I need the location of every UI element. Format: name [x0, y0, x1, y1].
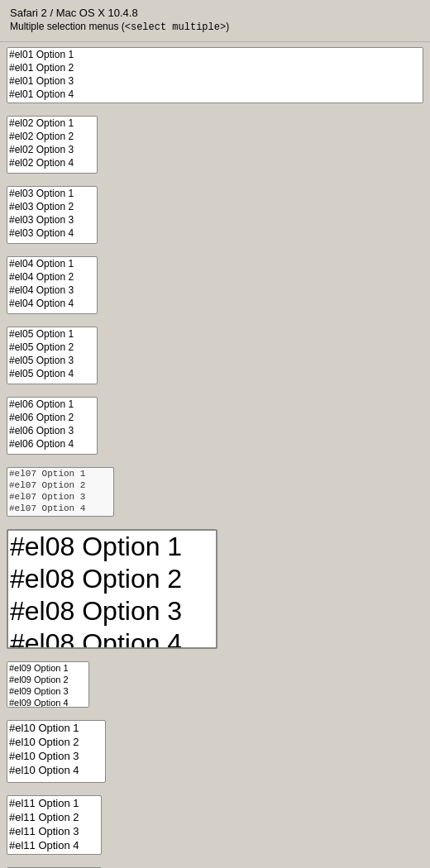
select-section-el11: #el11 Option 1 #el11 Option 2 #el11 Opti…	[7, 795, 423, 864]
select-section-el10: #el10 Option 1 #el10 Option 2 #el10 Opti…	[7, 720, 423, 792]
select-el07[interactable]: #el07 Option 1 #el07 Option 2 #el07 Opti…	[7, 467, 114, 517]
select-section-el09: #el09 Option 1 #el09 Option 2 #el09 Opti…	[7, 661, 423, 717]
select-section-el07: #el07 Option 1 #el07 Option 2 #el07 Opti…	[7, 467, 423, 526]
select-el04[interactable]: #el04 Option 1 #el04 Option 2 #el04 Opti…	[7, 256, 98, 314]
header-subtitle-text: Multiple selection menus (	[10, 21, 125, 32]
select-el03[interactable]: #el03 Option 1 #el03 Option 2 #el03 Opti…	[7, 186, 98, 244]
main-content: #el01 Option 1 #el01 Option 2 #el01 Opti…	[0, 42, 430, 868]
select-section-el03: #el03 Option 1 #el03 Option 2 #el03 Opti…	[7, 186, 423, 253]
select-section-el08: #el08 Option 1 #el08 Option 2 #el08 Opti…	[7, 529, 423, 658]
header-subtitle: Multiple selection menus (<select multip…	[10, 21, 420, 33]
select-section-el06: #el06 Option 1 #el06 Option 2 #el06 Opti…	[7, 397, 423, 464]
select-el01[interactable]: #el01 Option 1 #el01 Option 2 #el01 Opti…	[7, 47, 423, 103]
select-el08[interactable]: #el08 Option 1 #el08 Option 2 #el08 Opti…	[7, 529, 217, 649]
select-section-el02: #el02 Option 1 #el02 Option 2 #el02 Opti…	[7, 116, 423, 183]
select-el09[interactable]: #el09 Option 1 #el09 Option 2 #el09 Opti…	[7, 661, 89, 708]
select-el05[interactable]: #el05 Option 1 #el05 Option 2 #el05 Opti…	[7, 327, 98, 384]
header-code: <select multiple>	[125, 21, 226, 33]
header-subtitle-end: )	[226, 21, 229, 32]
header-title: Safari 2 / Mac OS X 10.4.8	[10, 7, 420, 19]
select-el10[interactable]: #el10 Option 1 #el10 Option 2 #el10 Opti…	[7, 720, 106, 783]
select-section-el04: #el04 Option 1 #el04 Option 2 #el04 Opti…	[7, 256, 423, 323]
select-el02[interactable]: #el02 Option 1 #el02 Option 2 #el02 Opti…	[7, 116, 98, 174]
select-section-el05: #el05 Option 1 #el05 Option 2 #el05 Opti…	[7, 327, 423, 393]
select-section-el01: #el01 Option 1 #el01 Option 2 #el01 Opti…	[7, 47, 423, 112]
select-el06[interactable]: #el06 Option 1 #el06 Option 2 #el06 Opti…	[7, 397, 98, 455]
header: Safari 2 / Mac OS X 10.4.8 Multiple sele…	[0, 0, 430, 42]
select-el11[interactable]: #el11 Option 1 #el11 Option 2 #el11 Opti…	[7, 795, 102, 855]
